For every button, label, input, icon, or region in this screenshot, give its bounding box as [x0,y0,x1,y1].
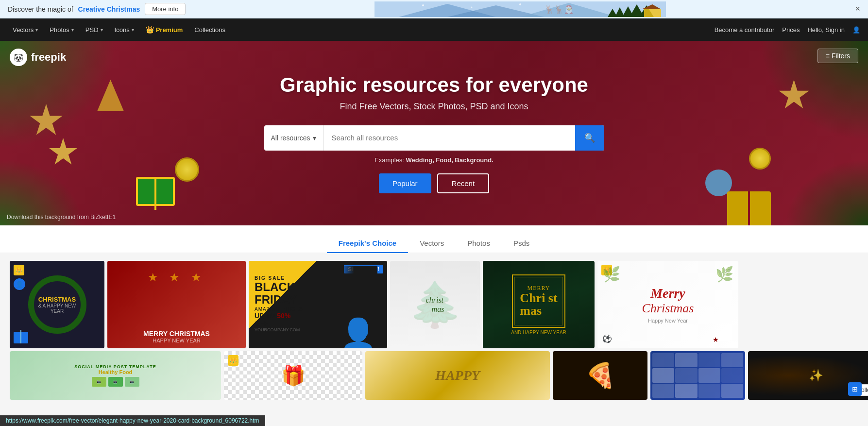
grid-row-2: SOCIAL MEDIA POST TEMPLATE Healthy Food … [10,351,858,400]
nav-item-collections[interactable]: Collections [189,23,230,36]
hero-attribution: Download this background from BiZkettE1 [7,214,116,221]
healthy-food-label: Healthy Food [14,369,217,375]
company-url: YOURCOMPANY.COM [255,327,303,332]
grid-item-2[interactable]: MERRY CHRISTMAS HAPPY NEW YEAR [107,261,246,348]
tree-white-bg: 🌲 christ mas [390,261,480,348]
grid-item-9[interactable]: HAPPY [365,351,550,400]
nav-item-vectors[interactable]: Vectors ▾ [8,23,43,36]
examples-text: Wedding, Food, Background. [406,156,494,164]
filters-button[interactable]: ≡ Filters [817,49,858,63]
nav-item-icons[interactable]: Icons ▾ [110,23,139,36]
icons-chevron: ▾ [132,27,134,33]
nav-left: Vectors ▾ Photos ▾ PSD ▾ Icons ▾ 👑 Premi… [8,23,230,36]
wreath-year: & A HAPPY NEW YEAR [34,303,81,314]
amazing-prices: AMAZING PRICES [255,307,303,312]
gift-box-content: 🎁 [281,364,306,387]
merry-christmas-elegant-bg: Merry Christmas Happy New Year 🌿 🌿 ⚽ ★ [597,261,738,348]
svg-point-13 [471,6,473,8]
search-box: All resources ▾ 🔍 [264,125,604,151]
discount-amount: UP TO 50%OFF [255,312,303,327]
tabs-section: Freepik's Choice Vectors Photos Psds [0,225,868,253]
wreath-text: CHRISTMAS [34,296,81,303]
logo-icon: 🐼 [10,49,27,66]
close-announcement-button[interactable]: × [855,4,860,14]
tabs-container: Freepik's Choice Vectors Photos Psds [0,234,868,253]
happy-new-year-label: AND HAPPY NEW YEAR [511,330,566,335]
person-icon: 👤 [340,319,376,348]
merry-text: Merry [642,286,694,301]
black-friday-title: BLACKFRIDAY [255,281,303,307]
holly-right: 🌿 [715,266,733,283]
red-ornaments-bg: MERRY CHRISTMAS HAPPY NEW YEAR [107,261,246,348]
nav-item-photos[interactable]: Photos ▾ [45,23,78,36]
user-avatar-1: 👤 [14,278,25,290]
psd-chevron: ▾ [101,27,103,33]
freepik-logo[interactable]: 🐼 freepik [10,49,66,66]
become-contributor-link[interactable]: Become a contributor [715,26,775,34]
black-friday-bg: SHOP NOW! BIG SALE BLACKFRIDAY AMAZING P… [249,261,387,348]
pizza-bg: 🍕 [553,351,647,400]
grid-view-icon: ⊞ [852,385,858,393]
grid-item-10[interactable]: 🍕 [553,351,647,400]
wreath-inner: CHRISTMAS & A HAPPY NEW YEAR [34,296,81,314]
search-category-chevron: ▾ [313,134,316,142]
tab-psds[interactable]: Psds [502,234,541,253]
grid-item-5[interactable]: MERRY Chri stmas AND HAPPY NEW YEAR [483,261,595,348]
sign-in-link[interactable]: Hello, Sign in [807,26,845,34]
social-template-preview: 📷 📷 📷 [14,377,217,387]
premium-crown-icon: 👑 [146,26,154,34]
search-input[interactable] [323,125,575,151]
vectors-chevron: ▾ [35,27,38,33]
announcement-bar: Discover the magic of Creative Christmas… [0,0,868,18]
grid-view-button[interactable]: ⊞ [848,382,862,396]
red-ornaments-title: MERRY CHRISTMAS [112,330,241,338]
svg-rect-9 [644,9,661,17]
search-button[interactable]: 🔍 [575,125,604,151]
svg-point-12 [422,4,424,6]
christmas-text: Christmas [642,301,694,316]
star-decoration: ★ [713,336,719,343]
gift-box-small [14,332,28,343]
grid-item-8[interactable]: 👑 🎁 [224,351,362,400]
examples-label: Examples: [374,156,404,164]
pizza-icon: 🍕 [585,361,615,390]
photos-chevron: ▾ [71,27,74,33]
social-template-bg: SOCIAL MEDIA POST TEMPLATE Healthy Food … [10,351,221,400]
sparkle-icon: ✨ [809,369,823,382]
recent-button[interactable]: Recent [437,173,490,193]
more-info-button[interactable]: More info [145,3,186,15]
red-ornaments-content: MERRY CHRISTMAS HAPPY NEW YEAR [112,330,241,343]
hero-content: Graphic resources for everyone Find Free… [264,73,604,193]
announcement-highlight: Creative Christmas [78,5,140,13]
grid-item-12[interactable]: ✨ Collect ⊞ [748,351,868,400]
popular-button[interactable]: Popular [379,173,431,193]
christmas-label: Chri stmas [520,292,557,317]
blue-geo-bg [650,351,745,400]
tree-text-overlay: christ mas [426,295,444,314]
grid-item-1[interactable]: 👑 👤 CHRISTMAS & A HAPPY NEW YEAR [10,261,104,348]
gold-balls-bg: HAPPY [365,351,550,400]
happy-text: HAPPY [435,368,480,383]
tab-vectors[interactable]: Vectors [408,234,456,253]
logo-text: freepik [31,51,66,64]
tab-freepiks-choice[interactable]: Freepik's Choice [327,234,408,253]
search-examples: Examples: Wedding, Food, Background. [264,156,604,164]
grid-item-7[interactable]: SOCIAL MEDIA POST TEMPLATE Healthy Food … [10,351,221,400]
wreath-circle: CHRISTMAS & A HAPPY NEW YEAR [28,275,86,334]
person-silhouette: 👤 [339,266,377,348]
grid-item-4[interactable]: 🌲 christ mas [390,261,480,348]
hero-section: 🐼 freepik ≡ Filters Graphic resources fo… [0,41,868,225]
announcement-prefix: Discover the magic of [8,5,73,13]
prices-link[interactable]: Prices [782,26,800,34]
grid-item-6[interactable]: 👑 ♡ Merry Christmas Happy New Year 🌿 🌿 ⚽… [597,261,738,348]
grid-item-11[interactable] [650,351,745,400]
search-category-dropdown[interactable]: All resources ▾ [264,125,324,151]
grid-section: 👑 👤 CHRISTMAS & A HAPPY NEW YEAR [0,253,868,408]
announcement-text: Discover the magic of Creative Christmas… [8,3,186,15]
nav-item-premium[interactable]: 👑 Premium [141,23,188,36]
nav-item-psd[interactable]: PSD ▾ [81,23,108,36]
grid-item-3[interactable]: SHOP NOW! BIG SALE BLACKFRIDAY AMAZING P… [249,261,387,348]
tab-photos[interactable]: Photos [456,234,502,253]
gift-checkered-bg: 🎁 [224,351,362,400]
hero-subtitle: Find Free Vectors, Stock Photos, PSD and… [264,102,604,112]
